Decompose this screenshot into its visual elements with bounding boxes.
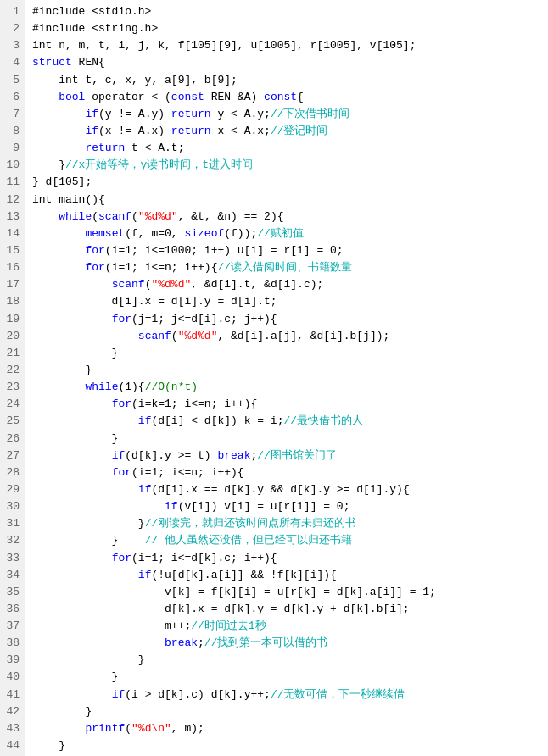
line-number: 38 bbox=[3, 635, 20, 652]
line-number: 2 bbox=[3, 20, 20, 37]
line-number: 33 bbox=[3, 550, 20, 567]
code-line: #include <stdio.h> bbox=[32, 3, 541, 20]
line-number: 5 bbox=[3, 72, 20, 89]
code-line: if(y != A.y) return y < A.y;//下次借书时间 bbox=[32, 106, 541, 123]
line-number: 7 bbox=[3, 106, 20, 123]
code-line: #include <string.h> bbox=[32, 20, 541, 37]
code-line: if(i > d[k].c) d[k].y++;//无数可借，下一秒继续借 bbox=[32, 687, 541, 703]
code-line: d[i].x = d[i].y = d[i].t; bbox=[32, 293, 541, 310]
code-line: for(j=1; j<=d[i].c; j++){ bbox=[32, 311, 541, 328]
line-number: 35 bbox=[3, 584, 20, 601]
code-line: } // 他人虽然还没借，但已经可以归还书籍 bbox=[32, 532, 541, 549]
line-number: 27 bbox=[3, 447, 20, 464]
code-line: } bbox=[32, 737, 541, 754]
code-line: } bbox=[32, 345, 541, 362]
code-line: v[k] = f[k][i] = u[r[k] = d[k].a[i]] = 1… bbox=[32, 584, 541, 601]
code-line: } d[105]; bbox=[32, 174, 541, 191]
line-number: 23 bbox=[3, 379, 20, 396]
line-number: 44 bbox=[3, 737, 20, 754]
line-number: 39 bbox=[3, 652, 20, 669]
line-number: 26 bbox=[3, 431, 20, 447]
code-area[interactable]: #include <stdio.h>#include <string.h>int… bbox=[25, 0, 548, 756]
code-line: printf("%d\n", m); bbox=[32, 720, 541, 737]
line-number: 12 bbox=[3, 192, 20, 208]
line-number: 41 bbox=[3, 687, 20, 703]
line-number: 31 bbox=[3, 515, 20, 532]
code-line: if(!u[d[k].a[i]] && !f[k][i]){ bbox=[32, 567, 541, 584]
line-number: 4 bbox=[3, 54, 20, 71]
code-line: if(v[i]) v[i] = u[r[i]] = 0; bbox=[32, 498, 541, 515]
code-container: 1234567891011121314151617181920212223242… bbox=[0, 0, 548, 756]
line-number: 13 bbox=[3, 208, 20, 225]
code-line: break;//找到第一本可以借的书 bbox=[32, 635, 541, 652]
code-line: memset(f, m=0, sizeof(f));//赋初值 bbox=[32, 225, 541, 242]
line-number: 20 bbox=[3, 328, 20, 345]
line-number: 16 bbox=[3, 259, 20, 276]
line-number: 19 bbox=[3, 311, 20, 328]
code-line: m++;//时间过去1秒 bbox=[32, 618, 541, 635]
code-line: for(i=1; i<=n; i++){ bbox=[32, 464, 541, 481]
line-number: 30 bbox=[3, 498, 20, 515]
code-line: while(scanf("%d%d", &t, &n) == 2){ bbox=[32, 208, 541, 225]
line-number: 1 bbox=[3, 3, 20, 20]
line-number: 43 bbox=[3, 720, 20, 737]
line-number: 22 bbox=[3, 362, 20, 379]
line-number: 36 bbox=[3, 601, 20, 618]
code-line: int t, c, x, y, a[9], b[9]; bbox=[32, 72, 541, 89]
line-number: 29 bbox=[3, 481, 20, 498]
line-number: 9 bbox=[3, 140, 20, 157]
code-line: }//x开始等待，y读书时间，t进入时间 bbox=[32, 157, 541, 174]
line-number: 32 bbox=[3, 532, 20, 549]
line-number: 25 bbox=[3, 413, 20, 430]
code-line: scanf("%d%d", &d[i].a[j], &d[i].b[j]); bbox=[32, 328, 541, 345]
line-number: 21 bbox=[3, 345, 20, 362]
code-line: }//刚读完，就归还该时间点所有未归还的书 bbox=[32, 515, 541, 532]
code-line: int n, m, t, i, j, k, f[105][9], u[1005]… bbox=[32, 37, 541, 54]
line-number: 18 bbox=[3, 293, 20, 310]
code-line: } bbox=[32, 362, 541, 379]
code-line: d[k].x = d[k].y = d[k].y + d[k].b[i]; bbox=[32, 601, 541, 618]
line-number: 37 bbox=[3, 618, 20, 635]
code-line: return t < A.t; bbox=[32, 140, 541, 157]
line-number: 11 bbox=[3, 174, 20, 191]
code-line: if(d[k].y >= t) break;//图书馆关门了 bbox=[32, 447, 541, 464]
line-number: 42 bbox=[3, 703, 20, 720]
line-number: 15 bbox=[3, 242, 20, 259]
code-line: while(1){//O(n*t) bbox=[32, 379, 541, 396]
line-number: 34 bbox=[3, 567, 20, 584]
line-number: 24 bbox=[3, 396, 20, 413]
line-number: 10 bbox=[3, 157, 20, 174]
code-line: bool operator < (const REN &A) const{ bbox=[32, 89, 541, 106]
line-number: 3 bbox=[3, 37, 20, 54]
code-line: if(x != A.x) return x < A.x;//登记时间 bbox=[32, 123, 541, 140]
code-line: for(i=1; i<=d[k].c; i++){ bbox=[32, 550, 541, 567]
code-line: } bbox=[32, 669, 541, 686]
code-line: for(i=k=1; i<=n; i++){ bbox=[32, 396, 541, 413]
code-line: int main(){ bbox=[32, 192, 541, 208]
line-number: 40 bbox=[3, 669, 20, 686]
code-line: struct REN{ bbox=[32, 54, 541, 71]
code-line: } bbox=[32, 703, 541, 720]
code-line: scanf("%d%d", &d[i].t, &d[i].c); bbox=[32, 276, 541, 293]
code-line: if(d[i].x == d[k].y && d[k].y >= d[i].y)… bbox=[32, 481, 541, 498]
line-number: 14 bbox=[3, 225, 20, 242]
code-line: for(i=1; i<=n; i++){//读入借阅时间、书籍数量 bbox=[32, 259, 541, 276]
code-line: if(d[i] < d[k]) k = i;//最快借书的人 bbox=[32, 413, 541, 430]
line-number: 28 bbox=[3, 464, 20, 481]
line-number: 8 bbox=[3, 123, 20, 140]
line-number: 6 bbox=[3, 89, 20, 106]
line-number: 17 bbox=[3, 276, 20, 293]
code-line: } bbox=[32, 652, 541, 669]
code-line: } bbox=[32, 431, 541, 447]
line-numbers: 1234567891011121314151617181920212223242… bbox=[0, 0, 25, 756]
code-line: for(i=1; i<=1000; i++) u[i] = r[i] = 0; bbox=[32, 242, 541, 259]
